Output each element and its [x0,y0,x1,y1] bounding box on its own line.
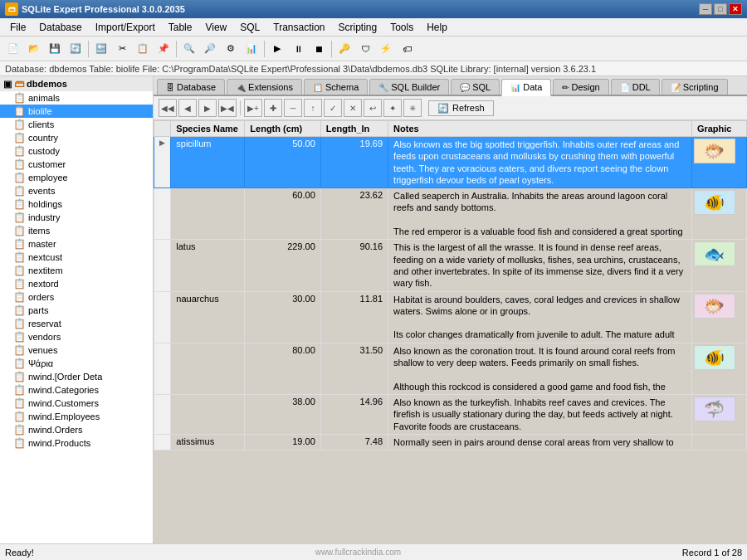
tab-sql-builder[interactable]: 🔧SQL Builder [369,79,449,95]
tab-schema[interactable]: 📋Schema [304,79,368,95]
menu-view[interactable]: View [198,18,233,36]
menu-transaction[interactable]: Transaction [266,18,331,36]
toolbar-btn7[interactable]: 📋 [133,39,153,59]
sidebar-item-master[interactable]: 📋 master [0,237,153,251]
sidebar-item-nextitem[interactable]: 📋 nextitem [0,264,153,277]
toolbar-btn18[interactable]: ⚡ [376,39,396,59]
tab-ddl[interactable]: 📄DDL [611,79,660,95]
nav-remove[interactable]: ─ [284,99,302,117]
sidebar-item-venues[interactable]: 📋 venues [0,343,153,357]
minimize-button[interactable]: ─ [699,3,712,15]
toolbar-btn9[interactable]: 🔍 [179,39,199,59]
sidebar-item------[interactable]: 📋 Ψάρια [0,357,153,370]
table-row[interactable]: nauarchus 30.00 11.81 Habitat is around … [154,291,747,343]
sidebar-item-customer[interactable]: 📋 customer [0,158,153,171]
toolbar-btn5[interactable]: 🔙 [91,39,111,59]
menu-sql[interactable]: SQL [233,18,266,36]
toolbar-open[interactable]: 📂 [24,39,44,59]
sidebar-item-nwind-customers[interactable]: 📋 nwind.Customers [0,397,153,410]
toolbar-btn16[interactable]: 🔑 [334,39,354,59]
folder-icon: 📋 [13,225,26,236]
refresh-button[interactable]: 🔄 Refresh [428,100,494,116]
cell-length-cm: 19.00 [245,434,320,450]
toolbar-btn4[interactable]: 🔄 [66,39,85,59]
toolbar-btn12[interactable]: 📊 [242,39,261,59]
menu-file[interactable]: File [3,18,32,36]
sidebar-item-nextord[interactable]: 📋 nextord [0,277,153,290]
sidebar-item-parts[interactable]: 📋 parts [0,304,153,317]
sidebar-item-orders[interactable]: 📋 orders [0,290,153,304]
sidebar-item-industry[interactable]: 📋 industry [0,211,153,224]
toolbar-save[interactable]: 💾 [45,39,65,59]
toolbar-btn10[interactable]: 🔎 [200,39,220,59]
sidebar-item-custody[interactable]: 📋 custody [0,144,153,158]
maximize-button[interactable]: □ [714,3,727,15]
nav-filter[interactable]: ✦ [383,99,402,117]
sidebar-item-reservat[interactable]: 📋 reservat [0,317,153,330]
nav-last[interactable]: ▶◀ [218,99,237,117]
nav-next[interactable]: ▶ [198,99,217,117]
sidebar-item-items[interactable]: 📋 items [0,224,153,237]
col-graphic[interactable]: Graphic [691,121,746,137]
table-row[interactable]: 60.00 23.62 Called seaperch in Australia… [154,188,747,240]
collapse-icon[interactable]: ▣ [3,79,12,90]
table-row[interactable]: ▶ spicillum 50.00 19.69 Also known as th… [154,137,747,188]
nav-special[interactable]: ✳ [403,99,422,117]
tab-data[interactable]: 📊Data [501,79,551,96]
sidebar-item-animals[interactable]: 📋 animals [0,91,153,105]
toolbar-btn8[interactable]: 📌 [154,39,173,59]
sidebar-item-employee[interactable]: 📋 employee [0,171,153,184]
sidebar-item-country[interactable]: 📋 country [0,131,153,144]
menu-importexport[interactable]: Import/Export [89,18,162,36]
menu-table[interactable]: Table [162,18,199,36]
col-name[interactable]: Species Name [171,121,245,137]
nav-append[interactable]: ▶+ [244,99,262,117]
sidebar-item-nwind--order-deta[interactable]: 📋 nwind.[Order Deta [0,370,153,383]
col-length-in[interactable]: Length_In [320,121,388,137]
toolbar-btn17[interactable]: 🛡 [355,39,375,59]
toolbar-btn15[interactable]: ⏹ [309,39,329,59]
sidebar-item-clients[interactable]: 📋 clients [0,118,153,131]
nav-prev[interactable]: ◀ [178,99,197,117]
sidebar-item-vendors[interactable]: 📋 vendors [0,330,153,343]
sidebar-item-nwind-products[interactable]: 📋 nwind.Products [0,436,153,450]
sidebar-item-nwind-orders[interactable]: 📋 nwind.Orders [0,423,153,436]
nav-add[interactable]: ✚ [264,99,282,117]
nav-first[interactable]: ◀◀ [159,99,177,117]
tab-database[interactable]: 🗄Database [157,79,225,95]
nav-confirm[interactable]: ✓ [324,99,342,117]
col-length-cm[interactable]: Length (cm) [245,121,320,137]
table-row[interactable]: 80.00 31.50 Also known as the coronation… [154,343,747,394]
toolbar-new[interactable]: 📄 [3,39,23,59]
table-row[interactable]: 38.00 14.96 Also known as the turkeyfish… [154,394,747,434]
toolbar-btn11[interactable]: ⚙ [221,39,241,59]
toolbar-btn6[interactable]: ✂ [112,39,132,59]
nav-cancel[interactable]: ✕ [344,99,362,117]
nav-edit[interactable]: ↑ [304,99,322,117]
table-row[interactable]: latus 229.00 90.16 This is the largest o… [154,240,747,291]
tab-extensions[interactable]: 🔌Extensions [227,79,302,95]
menu-database[interactable]: Database [32,18,88,36]
sidebar-item-nextcust[interactable]: 📋 nextcust [0,251,153,264]
tab-sql[interactable]: 💬SQL [451,79,500,95]
data-table-container[interactable]: Species Name Length (cm) Length_In Notes… [154,120,747,543]
menu-tools[interactable]: Tools [383,18,420,36]
close-button[interactable]: ✕ [729,3,742,15]
menu-scripting[interactable]: Scripting [332,18,384,36]
tree-item-label: customer [28,159,66,169]
col-notes[interactable]: Notes [388,121,692,137]
sidebar-item-biolife[interactable]: 📋 biolife [0,105,153,118]
sidebar-item-nwind-categories[interactable]: 📋 nwind.Categories [0,383,153,397]
sidebar-item-holdings[interactable]: 📋 holdings [0,197,153,211]
menu-help[interactable]: Help [420,18,454,36]
sidebar-item-events[interactable]: 📋 events [0,184,153,197]
toolbar-btn19[interactable]: 🏷 [397,39,417,59]
tab-design[interactable]: ✏Design [553,79,608,95]
tab-scripting[interactable]: 📝Scripting [662,79,728,95]
toolbar-btn13[interactable]: ▶ [267,39,287,59]
toolbar-btn14[interactable]: ⏸ [288,39,308,59]
db-info-bar: Database: dbdemos Table: biolife File: C… [0,61,747,76]
table-row[interactable]: atissimus 19.00 7.48 Normally seen in pa… [154,434,747,450]
nav-refresh-small[interactable]: ↩ [364,99,382,117]
sidebar-item-nwind-employees[interactable]: 📋 nwind.Employees [0,410,153,423]
